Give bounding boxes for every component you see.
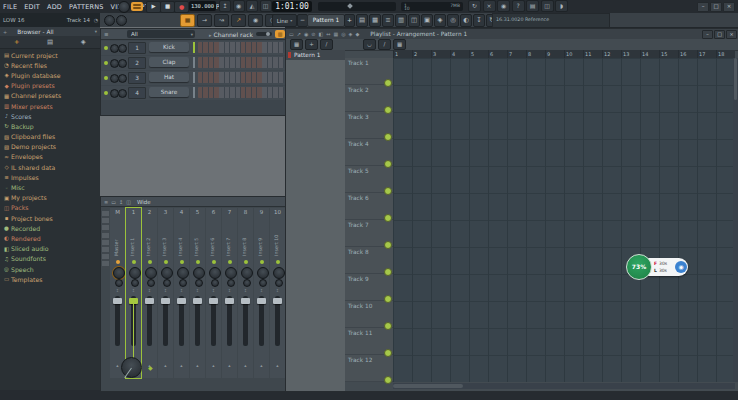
channel-name-button[interactable]: Snare <box>149 87 189 97</box>
playlist-horizontal-scrollbar[interactable] <box>393 383 735 389</box>
mixer-mute-led[interactable] <box>244 260 248 264</box>
mixer-menu-icon[interactable]: ≡ <box>104 199 108 205</box>
mixer-track[interactable]: 10 Insert 10 ↕ ▴ <box>270 208 285 378</box>
graph-editor-button[interactable]: ▥ <box>275 30 285 38</box>
mixer-sep-knob[interactable] <box>243 279 251 287</box>
paint-icon[interactable]: ◉ <box>304 31 308 37</box>
plugin-window-icon[interactable]: ◫ <box>541 0 554 12</box>
pattern-song-switch[interactable] <box>131 2 143 11</box>
browser-item[interactable]: ▥ Mixer presets <box>0 101 100 111</box>
browser-tab-audition[interactable]: ◈ <box>67 38 100 46</box>
draw-icon[interactable]: ↗ <box>297 31 301 37</box>
channel-filter-select[interactable]: All▾ <box>127 30 195 38</box>
channel-name-button[interactable]: Clap <box>149 57 189 67</box>
track-mode-button[interactable] <box>384 295 392 303</box>
mixer-pan-knob[interactable] <box>113 267 125 279</box>
track-header[interactable]: Track 3 <box>345 112 393 139</box>
track-header[interactable]: Track 5 <box>345 166 393 193</box>
mixer-sep-knob[interactable] <box>147 279 155 287</box>
auto-scroll-button[interactable]: → <box>197 14 212 27</box>
track-mode-button[interactable] <box>384 322 392 330</box>
metronome-icon[interactable]: ◭ <box>246 0 258 12</box>
mixer-mute-led[interactable] <box>276 260 280 264</box>
channel-rack-icon[interactable]: ≡ <box>382 14 394 27</box>
browser-item[interactable]: ◦ Misc <box>0 182 100 192</box>
browser-item[interactable]: ▭ Templates <box>0 274 100 284</box>
track-route-icon[interactable]: ▴ <box>190 363 205 368</box>
track-route-icon[interactable]: ▴ <box>174 363 189 368</box>
draw-tool-button[interactable]: ↗ <box>231 14 246 27</box>
mixer-pan-knob[interactable] <box>209 267 221 279</box>
zoom-icon[interactable]: ◎ <box>341 31 345 37</box>
channel-rack-titlebar[interactable]: ≡ All▾ ▸Channel rack ▥ <box>101 29 288 40</box>
piano-roll-icon[interactable]: ▦ <box>369 14 381 27</box>
minimize-button[interactable]: – <box>697 2 709 12</box>
menu-icon[interactable]: ≡ <box>104 31 109 37</box>
volume-fader[interactable] <box>275 296 280 346</box>
mixer-pan-knob[interactable] <box>193 267 205 279</box>
track-route-icon[interactable]: ▴ <box>206 363 221 368</box>
project-picker-icon[interactable]: ▣ <box>421 14 433 27</box>
browser-item[interactable]: ▪ Project bones <box>0 213 100 223</box>
track-mode-button[interactable] <box>384 376 392 384</box>
playlist-vertical-scrollbar[interactable] <box>733 58 738 382</box>
track-mode-button[interactable] <box>384 214 392 222</box>
mute-icon[interactable]: ◧ <box>319 31 324 37</box>
volume-knob[interactable] <box>118 59 127 68</box>
recorder-camera-button[interactable]: ◉ <box>675 261 687 273</box>
browser-item[interactable]: ▨ Demo projects <box>0 142 100 152</box>
mixer-sep-knob[interactable] <box>163 279 171 287</box>
fader-handle[interactable] <box>177 298 186 304</box>
detach-icon[interactable]: ▭ <box>289 31 294 37</box>
scroll-handle[interactable] <box>734 58 737 100</box>
marker-icon[interactable]: ◈ <box>349 31 353 37</box>
channel-enable-led[interactable] <box>104 46 108 50</box>
track-header[interactable]: Track 6 <box>345 193 393 220</box>
channel-select-box[interactable]: 4 <box>128 87 146 99</box>
picker-add-icon[interactable]: + <box>305 39 318 50</box>
help-icon[interactable]: ? <box>512 0 525 12</box>
mixer-up-icon[interactable]: ↥ <box>119 199 123 205</box>
tempo-tap-icon[interactable]: ◎ <box>447 14 459 27</box>
browser-item[interactable]: ▦ Channel presets <box>0 91 100 101</box>
channel-name-button[interactable]: Kick <box>149 42 189 52</box>
browser-item[interactable]: ◎ Speech <box>0 264 100 274</box>
mixer-pan-knob[interactable] <box>145 267 157 279</box>
browser-item[interactable]: ◔ Recent files <box>0 60 100 70</box>
menu-item[interactable]: FILE <box>3 3 17 11</box>
snap-magnet-icon[interactable]: ◡ <box>363 39 376 50</box>
playlist-minimize-button[interactable]: – <box>702 30 713 39</box>
mixer-track[interactable]: 2 Insert 2 ↕ ▴ <box>142 208 157 378</box>
mixer-track[interactable]: 8 Insert 8 ↕ ▴ <box>238 208 253 378</box>
step-sequencer-cells[interactable] <box>198 57 284 68</box>
channel-enable-led[interactable] <box>104 91 108 95</box>
browser-tab-files[interactable]: ▤ <box>33 38 66 46</box>
shuffle-knob[interactable] <box>118 1 130 13</box>
track-header[interactable]: Track 10 <box>345 301 393 328</box>
main-pitch-knob[interactable] <box>116 15 127 26</box>
fader-handle[interactable] <box>161 298 170 304</box>
track-mode-button[interactable] <box>384 106 392 114</box>
browser-item[interactable]: ≡ Impulses <box>0 172 100 182</box>
mixer-mute-led[interactable] <box>164 260 168 264</box>
magnet-icon[interactable]: ◆ <box>355 31 359 37</box>
mixer-mute-led[interactable] <box>148 260 152 264</box>
track-mode-button[interactable] <box>384 241 392 249</box>
slider-handle[interactable] <box>266 32 270 36</box>
typing-piano-icon[interactable]: ◫ <box>260 0 272 12</box>
track-header[interactable]: Track 2 <box>345 85 393 112</box>
channel-select-box[interactable]: 3 <box>128 72 146 84</box>
browser-item[interactable]: ≈ Envelopes <box>0 152 100 162</box>
playlist-maximize-button[interactable]: □ <box>714 30 725 39</box>
brush-icon[interactable]: ▦ <box>393 39 406 50</box>
mixer-detach-icon[interactable]: ▭ <box>111 199 116 205</box>
track-header[interactable]: Track 4 <box>345 139 393 166</box>
track-mode-button[interactable] <box>384 133 392 141</box>
browser-item[interactable]: ◧ Sliced audio <box>0 244 100 254</box>
pencil-icon[interactable]: / <box>378 39 391 50</box>
track-mode-button[interactable] <box>384 268 392 276</box>
volume-fader[interactable] <box>131 296 136 346</box>
browser-icon[interactable]: ◫ <box>408 14 420 27</box>
mixer-track[interactable]: 1 Insert 1 ↕ ▴ <box>126 208 141 378</box>
timeline-ruler[interactable]: 123456789101112131415161718 <box>393 50 735 58</box>
